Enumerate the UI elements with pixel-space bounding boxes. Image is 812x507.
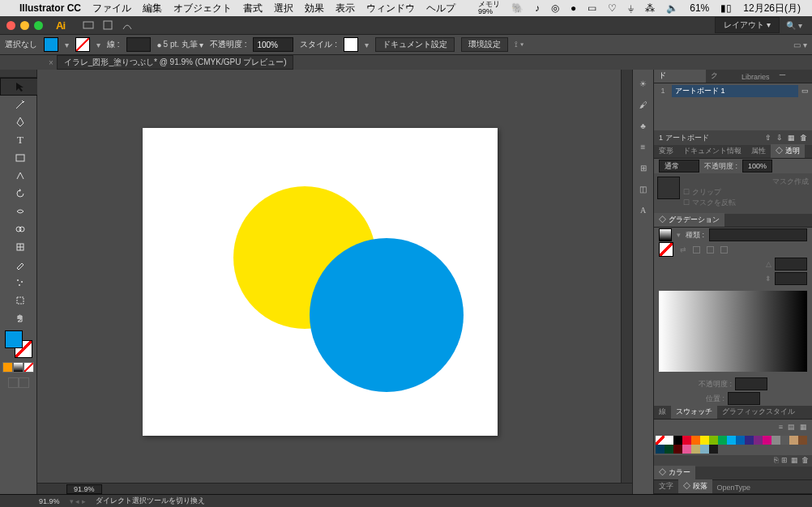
- gradient-mode-icon[interactable]: [13, 362, 24, 373]
- selection-tool[interactable]: [0, 78, 41, 96]
- gradient-preview[interactable]: [659, 291, 807, 372]
- rotate-tool[interactable]: [0, 185, 41, 202]
- type-tool[interactable]: T: [0, 131, 41, 149]
- zoom-level-display[interactable]: 91.9%: [66, 484, 102, 494]
- stroke-swatch[interactable]: [75, 37, 90, 52]
- blue-circle-shape[interactable]: [310, 238, 464, 392]
- color-mode-icon[interactable]: [2, 362, 13, 373]
- swatch-item[interactable]: [700, 436, 709, 445]
- gradient-aspect-input[interactable]: [775, 272, 807, 285]
- transparency-thumb[interactable]: [657, 177, 680, 199]
- gradient-swatch[interactable]: [659, 228, 672, 241]
- evernote-icon[interactable]: 🐘: [511, 2, 524, 14]
- pen-tool[interactable]: [0, 113, 41, 131]
- swatch-item[interactable]: [745, 436, 754, 445]
- menu-object[interactable]: オブジェクト: [173, 2, 232, 15]
- character-panel-icon[interactable]: A: [636, 202, 651, 217]
- swatch-item[interactable]: [709, 445, 718, 454]
- fill-color-box[interactable]: [5, 330, 23, 348]
- new-swatch-icon[interactable]: ▦: [791, 456, 798, 466]
- gradient-across-stroke-icon[interactable]: [693, 246, 700, 254]
- fill-swatch[interactable]: [44, 37, 58, 52]
- tab-character[interactable]: 文字: [654, 479, 678, 493]
- screen-mode-normal-icon[interactable]: [8, 377, 19, 388]
- canvas-area[interactable]: 91.9%: [37, 70, 632, 494]
- document-tab[interactable]: イラレ_図形_塗りつぶし* @ 91.9% (CMYK/GPU プレビュー): [57, 55, 294, 70]
- new-artboard-icon[interactable]: ▦: [788, 134, 795, 142]
- stroke-panel-icon[interactable]: ≡: [636, 139, 651, 154]
- display-icon[interactable]: ▭: [588, 2, 596, 14]
- swatch-item[interactable]: [754, 436, 763, 445]
- color-guide-panel-icon[interactable]: ☀: [636, 76, 651, 91]
- panel-menu-icon[interactable]: ▭ ▾: [793, 40, 807, 49]
- swatch-item[interactable]: [780, 436, 789, 445]
- volume-icon[interactable]: 🔈: [666, 2, 678, 14]
- gradient-fillstroke-icon[interactable]: [659, 242, 673, 257]
- vertical-scrollbar[interactable]: [621, 70, 632, 483]
- menu-window[interactable]: ウィンドウ: [366, 2, 415, 15]
- app-name[interactable]: Illustrator CC: [19, 2, 81, 14]
- swatch-item[interactable]: [673, 436, 682, 445]
- tab-swatches[interactable]: スウォッチ: [671, 405, 717, 419]
- menu-select[interactable]: 選択: [274, 2, 293, 15]
- swatch-item[interactable]: [763, 436, 771, 445]
- swatch-item[interactable]: [727, 436, 736, 445]
- tab-color[interactable]: ◇ カラー: [654, 466, 695, 479]
- gradient-angle-input[interactable]: [775, 258, 807, 271]
- swatch-item[interactable]: [700, 445, 709, 454]
- swatch-library-icon[interactable]: ⎘: [774, 456, 778, 466]
- airdrop-icon[interactable]: ♡: [608, 2, 617, 14]
- swatch-item[interactable]: [665, 445, 673, 454]
- reorder-down-icon[interactable]: ⇩: [776, 134, 783, 142]
- date-text[interactable]: 12月26日(月): [743, 2, 801, 15]
- blend-mode-select[interactable]: 通常: [659, 160, 699, 173]
- reverse-gradient-icon[interactable]: ⇄: [680, 245, 686, 254]
- fill-stroke-indicator[interactable]: [3, 330, 33, 360]
- bluetooth-icon[interactable]: ⁂: [645, 2, 655, 14]
- preferences-button[interactable]: 環境設定: [461, 37, 508, 52]
- window-zoom-button[interactable]: [34, 21, 43, 30]
- tab-attributes[interactable]: 属性: [746, 144, 771, 158]
- window-close-button[interactable]: [6, 21, 15, 30]
- symbols-panel-icon[interactable]: ♣: [636, 118, 651, 133]
- eyedropper-tool[interactable]: [0, 256, 41, 274]
- tab-links[interactable]: リンク: [706, 70, 737, 83]
- tab-artboards[interactable]: アートボード: [654, 70, 706, 83]
- stock-icon[interactable]: [100, 18, 115, 32]
- pathfinder-panel-icon[interactable]: ◫: [636, 181, 651, 196]
- make-mask-button[interactable]: マスク作成: [683, 177, 809, 187]
- mesh-tool[interactable]: [0, 238, 41, 256]
- tab-opentype[interactable]: OpenType: [712, 482, 756, 493]
- window-minimize-button[interactable]: [20, 21, 29, 30]
- artboard-tool[interactable]: [0, 292, 41, 309]
- swatch-item[interactable]: [709, 436, 718, 445]
- tab-paragraph[interactable]: ◇ 段落: [678, 479, 712, 493]
- clip-checkbox[interactable]: ☐ クリップ: [683, 187, 809, 198]
- hand-tool[interactable]: [0, 309, 41, 327]
- swatch-item[interactable]: [771, 436, 780, 445]
- delete-swatch-icon[interactable]: 🗑: [801, 456, 809, 466]
- reorder-up-icon[interactable]: ⇧: [765, 134, 771, 142]
- tab-docinfo[interactable]: ドキュメント情報: [678, 144, 746, 158]
- bridge-icon[interactable]: [81, 18, 96, 32]
- style-swatch[interactable]: [344, 37, 358, 52]
- tab-stroke2[interactable]: 線: [654, 405, 671, 419]
- gradient-stop-opacity-input[interactable]: [735, 377, 767, 390]
- gradient-within-stroke-icon[interactable]: [720, 246, 728, 254]
- swatch-item[interactable]: [718, 436, 727, 445]
- tab-gradient[interactable]: ◇ グラデーション: [654, 213, 724, 227]
- swatch-item[interactable]: [656, 445, 665, 454]
- brushes-panel-icon[interactable]: 🖌: [636, 97, 651, 112]
- swatch-item[interactable]: [736, 436, 745, 445]
- document-setup-button[interactable]: ドキュメント設定: [375, 37, 455, 52]
- swatch-menu-icon[interactable]: ≡: [779, 423, 783, 431]
- swatch-none[interactable]: [656, 436, 665, 445]
- swatch-item[interactable]: [682, 436, 691, 445]
- opacity-input[interactable]: 100%: [253, 37, 293, 52]
- tab-transform[interactable]: 変形: [654, 144, 678, 158]
- none-mode-icon[interactable]: [24, 362, 34, 373]
- align-panel-icon[interactable]: ⊞: [636, 160, 651, 175]
- menu-effect[interactable]: 効果: [305, 2, 324, 15]
- swatch-item[interactable]: [798, 436, 807, 445]
- menu-type[interactable]: 書式: [243, 2, 263, 15]
